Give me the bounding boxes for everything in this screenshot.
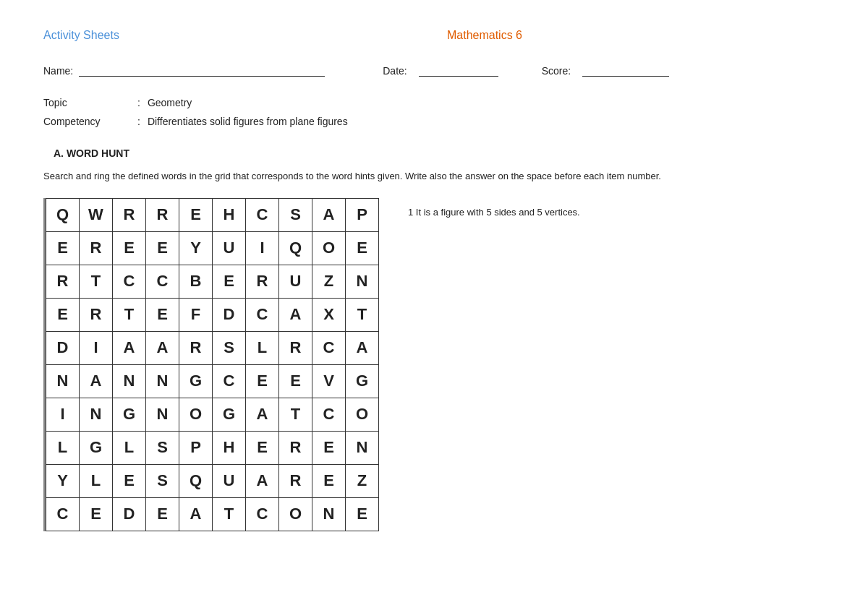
score-label: Score: [542, 65, 571, 77]
grid-cell: C [113, 265, 146, 298]
grid-cell: G [346, 364, 379, 398]
word-search-container: QWRREHCSAPEREEYUIQOERTCCBERUZNERTEFDCAXT… [43, 198, 379, 531]
grid-cell: O [312, 231, 346, 265]
topic-label: Topic [43, 97, 137, 108]
topic-row: Topic : Geometry [43, 97, 825, 108]
grid-cell: O [179, 398, 213, 431]
grid-cell: P [179, 431, 213, 464]
topic-value: Geometry [148, 97, 192, 108]
grid-cell: W [80, 198, 113, 231]
grid-cell: G [179, 364, 213, 398]
grid-cell: P [346, 198, 379, 231]
grid-cell: L [113, 431, 146, 464]
grid-cell: S [146, 464, 179, 497]
grid-cell: G [113, 398, 146, 431]
grid-cell: U [213, 464, 246, 497]
grid-cell: R [80, 231, 113, 265]
grid-cell: C [146, 265, 179, 298]
grid-cell: O [279, 497, 312, 531]
grid-cell: N [146, 398, 179, 431]
grid-cell: E [46, 298, 80, 331]
grid-cell: A [312, 198, 346, 231]
grid-cell: C [312, 331, 346, 364]
grid-cell: E [279, 364, 312, 398]
grid-cell: E [80, 497, 113, 531]
grid-cell: C [246, 497, 279, 531]
grid-cell: V [312, 364, 346, 398]
grid-cell: E [113, 464, 146, 497]
grid-cell: R [113, 198, 146, 231]
competency-row: Competency : Differentiates solid figure… [43, 116, 825, 127]
grid-cell: A [146, 331, 179, 364]
grid-cell: H [213, 198, 246, 231]
grid-cell: E [179, 198, 213, 231]
grid-cell: R [246, 265, 279, 298]
competency-label: Competency [43, 116, 137, 127]
grid-cell: E [346, 231, 379, 265]
grid-cell: G [80, 431, 113, 464]
grid-cell: E [146, 231, 179, 265]
grid-cell: C [246, 198, 279, 231]
grid-cell: I [80, 331, 113, 364]
name-label: Name: [43, 65, 73, 77]
grid-cell: Z [346, 464, 379, 497]
grid-cell: Q [179, 464, 213, 497]
name-input-line[interactable] [79, 64, 325, 77]
grid-cell: T [279, 398, 312, 431]
grid-cell: E [312, 464, 346, 497]
grid-cell: X [312, 298, 346, 331]
grid-cell: Y [46, 464, 80, 497]
math-title: Mathematics 6 [145, 29, 825, 42]
date-label: Date: [383, 65, 407, 77]
grid-cell: E [146, 298, 179, 331]
grid-cell: C [46, 497, 80, 531]
grid-cell: E [113, 231, 146, 265]
grid-cell: R [80, 298, 113, 331]
grid-cell: Q [46, 198, 80, 231]
grid-cell: E [246, 431, 279, 464]
grid-cell: L [246, 331, 279, 364]
grid-cell: I [46, 398, 80, 431]
grid-cell: A [113, 331, 146, 364]
score-group: Score: [542, 64, 669, 77]
topic-colon: : [137, 97, 140, 108]
grid-cell: F [179, 298, 213, 331]
grid-cell: N [80, 398, 113, 431]
grid-cell: R [46, 265, 80, 298]
competency-value: Differentiates solid figures from plane … [148, 116, 348, 127]
grid-cell: R [279, 431, 312, 464]
score-input-line[interactable] [582, 64, 669, 77]
date-input-line[interactable] [419, 64, 498, 77]
grid-cell: N [312, 497, 346, 531]
grid-cell: R [146, 198, 179, 231]
grid-cell: T [113, 298, 146, 331]
grid-cell: A [246, 398, 279, 431]
name-date-row: Name: Date: Score: [43, 64, 825, 77]
grid-cell: T [80, 265, 113, 298]
hints-section: 1 It is a figure with 5 sides and 5 vert… [408, 198, 825, 227]
word-grid: QWRREHCSAPEREEYUIQOERTCCBERUZNERTEFDCAXT… [46, 198, 379, 531]
date-group: Date: [383, 64, 498, 77]
grid-cell: L [80, 464, 113, 497]
grid-cell: R [279, 331, 312, 364]
grid-cell: A [346, 331, 379, 364]
page-header: Activity Sheets Mathematics 6 [43, 29, 825, 42]
grid-cell: Q [279, 231, 312, 265]
grid-cell: A [246, 464, 279, 497]
grid-cell: Z [312, 265, 346, 298]
grid-cell: D [213, 298, 246, 331]
grid-cell: N [113, 364, 146, 398]
grid-cell: L [46, 431, 80, 464]
grid-cell: U [213, 231, 246, 265]
grid-cell: R [279, 464, 312, 497]
grid-cell: N [346, 265, 379, 298]
grid-cell: E [213, 265, 246, 298]
grid-cell: E [346, 497, 379, 531]
grid-cell: R [179, 331, 213, 364]
main-content: QWRREHCSAPEREEYUIQOERTCCBERUZNERTEFDCAXT… [43, 198, 825, 531]
grid-cell: N [146, 364, 179, 398]
grid-cell: I [246, 231, 279, 265]
grid-cell: E [246, 364, 279, 398]
grid-cell: E [312, 431, 346, 464]
grid-cell: D [113, 497, 146, 531]
